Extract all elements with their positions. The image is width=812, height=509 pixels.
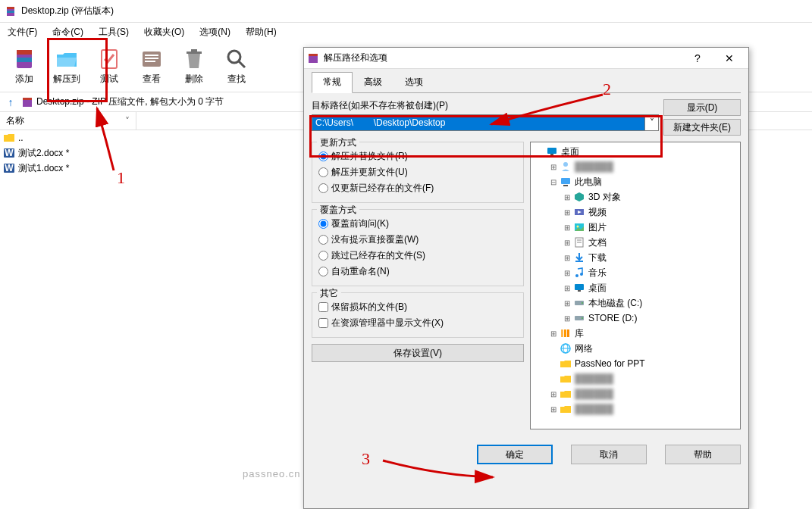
tree-node[interactable]: ⊞██████ — [532, 401, 738, 417]
col-name[interactable]: 名称˅ — [0, 112, 136, 130]
tab-options[interactable]: 选项 — [393, 72, 434, 92]
radio-rename[interactable] — [318, 267, 328, 276]
extract-to-button[interactable]: 解压到 — [45, 44, 88, 89]
folder-icon — [560, 388, 572, 400]
tree-expander[interactable]: ⊞ — [549, 162, 558, 171]
tree-label: 桌面 — [560, 145, 581, 158]
tree-expander[interactable] — [535, 147, 544, 156]
find-button[interactable]: 查找 — [215, 44, 258, 89]
tree-node[interactable]: ⊞本地磁盘 (C:) — [532, 295, 738, 311]
tree-node[interactable]: ⊞音乐 — [532, 265, 738, 280]
menu-file[interactable]: 文件(F) — [3, 24, 42, 40]
tree-expander[interactable] — [549, 344, 558, 353]
tree-node[interactable]: ⊞库 — [532, 326, 738, 341]
tree-node[interactable]: ⊞下载 — [532, 250, 738, 265]
tree-expander[interactable]: ⊞ — [549, 389, 558, 398]
menu-favorites[interactable]: 收藏夹(O) — [140, 24, 189, 40]
radio-replace[interactable] — [318, 151, 328, 161]
delete-button[interactable]: 删除 — [173, 44, 215, 89]
tree-expander[interactable]: ⊞ — [563, 223, 572, 232]
help-dialog-button[interactable]: 帮助 — [665, 445, 741, 464]
overwrite-opt-skip[interactable]: 跳过已经存在的文件(S) — [318, 248, 517, 264]
up-button[interactable]: ↑ — [3, 95, 18, 110]
options-column: 更新方式 解压并替换文件(R) 解压并更新文件(U) 仅更新已经存在的文件(F)… — [312, 142, 524, 429]
menu-options[interactable]: 选项(N) — [195, 24, 235, 40]
ok-button[interactable]: 确定 — [477, 445, 553, 464]
help-button[interactable]: ? — [682, 48, 713, 68]
tab-general[interactable]: 常规 — [312, 72, 353, 93]
tree-node[interactable]: ⊞图片 — [532, 220, 738, 235]
tree-node[interactable]: 桌面 — [532, 144, 738, 159]
overwrite-opt-rename[interactable]: 自动重命名(N) — [318, 264, 517, 279]
archive-icon — [21, 96, 33, 108]
tree-node[interactable]: ⊞STORE (D:) — [532, 311, 738, 326]
tree-node[interactable]: ⊞桌面 — [532, 280, 738, 295]
tree-node[interactable]: 网络 — [532, 341, 738, 356]
tree-node[interactable]: ⊞3D 对象 — [532, 189, 738, 205]
tree-node[interactable]: ⊟此电脑 — [532, 174, 738, 189]
tree-node[interactable]: ██████ — [532, 371, 738, 386]
tree-expander[interactable] — [549, 374, 558, 383]
tree-expander[interactable] — [549, 359, 558, 368]
find-icon — [224, 47, 249, 71]
radio-skip[interactable] — [318, 251, 328, 261]
tree-label: 文档 — [587, 236, 608, 249]
save-settings-button[interactable]: 保存设置(V) — [312, 344, 524, 362]
dialog-footer: 确定 取消 帮助 — [304, 437, 748, 472]
tree-node[interactable]: ⊞██████ — [532, 386, 738, 401]
tree-label: ██████ — [573, 161, 615, 172]
tree-expander[interactable]: ⊞ — [563, 268, 572, 277]
tree-expander[interactable]: ⊞ — [549, 329, 558, 338]
cancel-button[interactable]: 取消 — [571, 445, 647, 464]
tree-node[interactable]: PassNeo for PPT — [532, 356, 738, 371]
close-button[interactable]: ✕ — [713, 48, 745, 68]
tree-expander[interactable]: ⊞ — [563, 314, 572, 323]
other-opt-show-explorer[interactable]: 在资源管理器中显示文件(X) — [318, 315, 517, 331]
view-button[interactable]: 查看 — [130, 44, 173, 89]
tree-expander[interactable]: ⊞ — [563, 238, 572, 247]
check-show-explorer[interactable] — [318, 318, 328, 328]
find-label: 查找 — [227, 73, 246, 86]
svg-point-13 — [228, 51, 240, 63]
new-folder-button[interactable]: 新建文件夹(E) — [663, 119, 741, 136]
menubar: 文件(F) 命令(C) 工具(S) 收藏夹(O) 选项(N) 帮助(H) — [0, 23, 812, 41]
radio-ask[interactable] — [318, 219, 328, 229]
tree-label: PassNeo for PPT — [573, 358, 647, 369]
lib-icon — [560, 327, 572, 339]
menu-tools[interactable]: 工具(S) — [94, 24, 133, 40]
check-keep-broken[interactable] — [318, 302, 328, 312]
tree-expander[interactable]: ⊞ — [563, 208, 572, 217]
update-opt-replace[interactable]: 解压并替换文件(R) — [318, 148, 517, 164]
overwrite-opt-ask[interactable]: 覆盖前询问(K) — [318, 216, 517, 232]
update-opt-update[interactable]: 解压并更新文件(U) — [318, 164, 517, 180]
tab-advanced[interactable]: 高级 — [353, 72, 393, 92]
radio-silent[interactable] — [318, 235, 328, 245]
menu-help[interactable]: 帮助(H) — [241, 24, 281, 40]
display-button[interactable]: 显示(D) — [663, 99, 741, 116]
add-button[interactable]: 添加 — [3, 44, 45, 89]
other-opt-keep-broken[interactable]: 保留损坏的文件(B) — [318, 299, 517, 315]
desktop-icon — [573, 282, 585, 294]
tree-node[interactable]: ⊞视频 — [532, 205, 738, 220]
radio-update[interactable] — [318, 167, 328, 177]
tree-expander[interactable]: ⊞ — [563, 298, 572, 308]
folder-tree[interactable]: 桌面⊞██████⊟此电脑⊞3D 对象⊞视频⊞图片⊞文档⊞下载⊞音乐⊞桌面⊞本地… — [530, 142, 741, 429]
menu-command[interactable]: 命令(C) — [48, 24, 88, 40]
tree-expander[interactable]: ⊞ — [549, 404, 558, 414]
tree-label: ██████ — [573, 373, 615, 384]
tree-expander[interactable]: ⊞ — [563, 283, 572, 292]
view-icon — [140, 47, 164, 71]
tree-expander[interactable]: ⊞ — [563, 253, 572, 262]
tree-node[interactable]: ⊞文档 — [532, 235, 738, 250]
tree-expander[interactable]: ⊟ — [549, 177, 558, 186]
tree-node[interactable]: ⊞██████ — [532, 159, 738, 174]
path-input[interactable] — [312, 114, 645, 131]
tree-label: 网络 — [573, 342, 594, 355]
radio-existing[interactable] — [318, 183, 328, 193]
update-opt-existing[interactable]: 仅更新已经存在的文件(F) — [318, 180, 517, 196]
test-button[interactable]: 测试 — [88, 44, 130, 89]
path-dropdown[interactable]: ˅ — [645, 114, 659, 131]
overwrite-opt-silent[interactable]: 没有提示直接覆盖(W) — [318, 232, 517, 248]
col-name-label: 名称 — [6, 114, 24, 127]
tree-expander[interactable]: ⊞ — [563, 192, 572, 201]
